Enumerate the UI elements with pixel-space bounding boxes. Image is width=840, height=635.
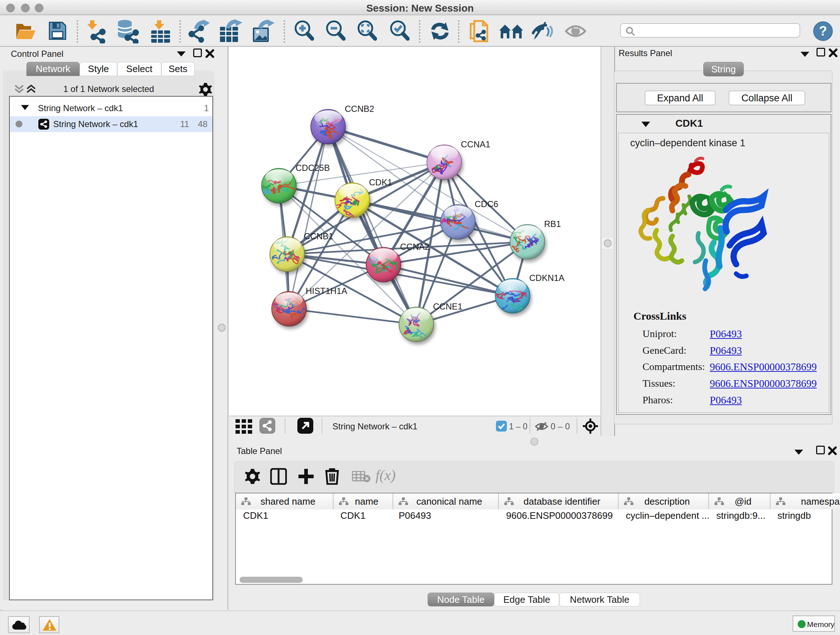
svg-text:CCNA2: CCNA2 — [400, 242, 429, 252]
svg-text:CCNE1: CCNE1 — [433, 302, 462, 311]
svg-text:HIST1H1A: HIST1H1A — [306, 286, 347, 296]
svg-text:CDC6: CDC6 — [475, 199, 498, 209]
svg-text:CCNB1: CCNB1 — [304, 231, 333, 241]
svg-text:CDK1: CDK1 — [369, 177, 392, 187]
svg-text:RB1: RB1 — [544, 219, 561, 229]
svg-text:CCNA1: CCNA1 — [461, 139, 490, 149]
svg-text:CDKN1A: CDKN1A — [529, 273, 564, 283]
svg-text:CCNB2: CCNB2 — [345, 104, 374, 114]
svg-text:CDC25B: CDC25B — [295, 163, 330, 173]
svg-text:?: ? — [819, 24, 827, 38]
